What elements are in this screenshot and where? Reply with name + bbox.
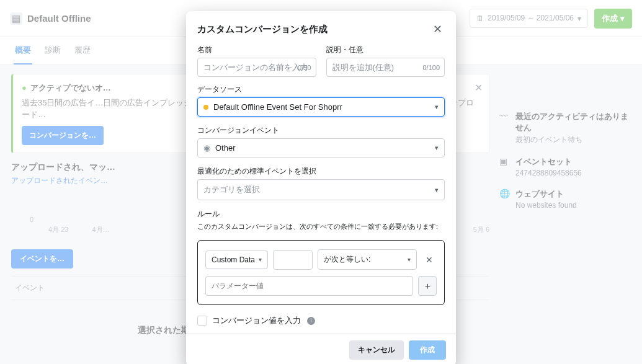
param-key-select[interactable] — [273, 250, 313, 270]
chevron-down-icon: ▾ — [259, 256, 262, 263]
chevron-down-icon: ▾ — [408, 256, 411, 263]
modal-title: カスタムコンバージョンを作成 — [197, 24, 328, 35]
stdevent-placeholder: カテゴリを選択 — [203, 184, 260, 195]
convevent-value: Other — [215, 143, 236, 153]
chevron-down-icon: ▾ — [435, 144, 439, 152]
datasource-value: Default Offline Event Set For Shoprr — [213, 102, 342, 112]
create-conversion-modal: カスタムコンバージョンを作成 ✕ 名前 0/50 説明・任意 — [186, 11, 456, 364]
conversion-value-checkbox[interactable] — [197, 316, 207, 326]
status-dot-icon — [203, 105, 208, 110]
close-icon[interactable]: ✕ — [430, 21, 445, 37]
rules-helper: このカスタムコンバージョンは、次のすべての条件に一致する必要があります: — [197, 222, 445, 231]
param-value-input[interactable] — [205, 276, 413, 296]
name-counter: 0/50 — [298, 64, 311, 71]
modal-overlay: カスタムコンバージョンを作成 ✕ 名前 0/50 説明・任意 — [0, 0, 642, 364]
cancel-button[interactable]: キャンセル — [349, 340, 404, 360]
create-button[interactable]: 作成 — [409, 340, 446, 360]
convevent-label: コンバージョンイベント — [197, 125, 445, 136]
rules-label: ルール — [197, 209, 445, 220]
desc-counter: 0/100 — [422, 64, 440, 71]
conversion-value-label: コンバージョン値を入力 — [212, 315, 301, 326]
chevron-down-icon: ▾ — [435, 103, 439, 111]
datasource-select[interactable]: Default Offline Event Set For Shoprr ▾ — [197, 97, 445, 117]
rules-box: Custom Data ▾ が次と等しい: ▾ ✕ ＋ — [197, 240, 445, 305]
desc-label: 説明・任意 — [326, 45, 445, 55]
chevron-down-icon: ▾ — [435, 186, 439, 194]
info-icon[interactable]: i — [307, 317, 315, 325]
datasource-label: データソース — [197, 84, 445, 95]
add-rule-button[interactable]: ＋ — [418, 276, 437, 296]
conversion-event-select[interactable]: ◉ Other ▾ — [197, 138, 445, 158]
stdevent-label: 最適化のための標準イベントを選択 — [197, 166, 445, 177]
name-label: 名前 — [197, 45, 316, 55]
dot-icon: ◉ — [203, 143, 210, 153]
standard-event-select[interactable]: カテゴリを選択 ▾ — [197, 179, 445, 200]
condition-select[interactable]: が次と等しい: ▾ — [318, 249, 417, 270]
custom-data-select[interactable]: Custom Data ▾ — [205, 251, 268, 269]
remove-rule-button[interactable]: ✕ — [422, 255, 437, 265]
